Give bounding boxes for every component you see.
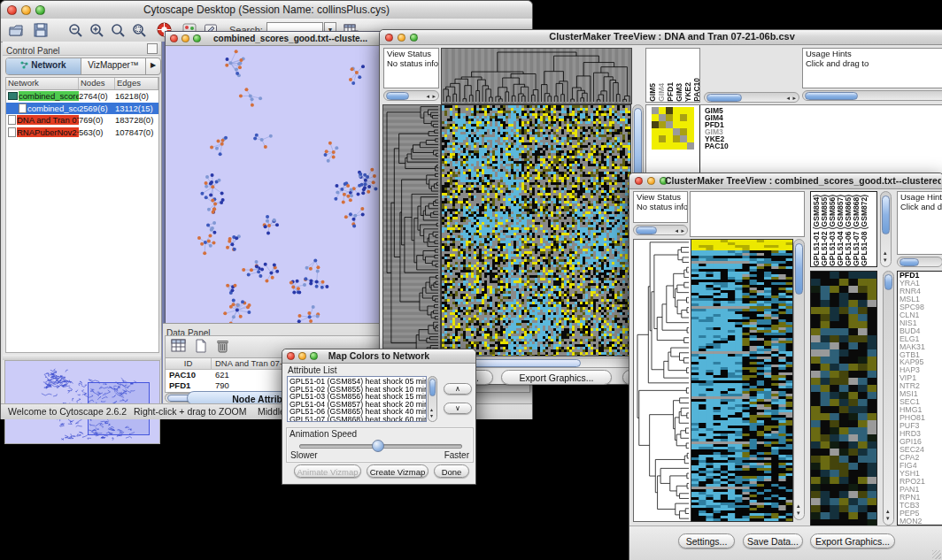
resize-grip-icon[interactable] (932, 550, 941, 559)
matrix-cell[interactable] (687, 107, 694, 114)
matrix-cell[interactable] (687, 114, 694, 121)
tv1-zoom-hscrollbar[interactable]: ◂▸ (704, 92, 799, 103)
matrix-cell[interactable] (652, 121, 659, 128)
tv1-column-dendrogram[interactable] (441, 48, 632, 104)
delete-attribute-trash-icon[interactable] (215, 338, 231, 354)
close-icon[interactable] (635, 177, 643, 185)
matrix-cell[interactable] (687, 135, 694, 142)
zoom-out-icon[interactable] (68, 23, 82, 37)
main-titlebar[interactable]: Cytoscape Desktop (Session Name: collins… (1, 1, 532, 19)
tv2-column-labels[interactable]: GPL51-01 (GSM854)GPL51-02 (GSM855)GPL51-… (810, 191, 877, 267)
network-table-row[interactable]: DNA and Tran 07769(0)183728(0) (6, 114, 158, 127)
attribute-table-icon[interactable] (171, 339, 187, 355)
tab-vizmapper[interactable]: VizMapper™ (81, 58, 145, 74)
new-attribute-icon[interactable] (194, 339, 210, 355)
create-vizmap-button[interactable]: Create Vizmap (367, 464, 429, 478)
close-icon[interactable] (170, 35, 178, 42)
animation-slider-thumb[interactable] (372, 440, 384, 452)
network-view-window-1[interactable]: combined_scores_good.txt--cluste... (165, 31, 384, 330)
minimize-icon[interactable] (181, 35, 189, 42)
zoom-selected-icon[interactable] (132, 23, 146, 37)
tv2-gene-list[interactable]: PFD1YRA1RNR4MSL1SPC98CLN1NIS1BUD4ELG1MAK… (897, 271, 942, 525)
matrix-cell[interactable] (673, 142, 680, 150)
network-table-row[interactable]: combined_sco2569(6)13112(15) (6, 103, 158, 115)
tv2-row-dendrogram[interactable] (633, 239, 691, 522)
matrix-cell[interactable] (680, 135, 687, 142)
matrix-cell[interactable] (666, 121, 673, 128)
matrix-cell[interactable] (666, 107, 673, 114)
done-button[interactable]: Done (434, 464, 469, 478)
column-header[interactable]: Nodes (79, 78, 115, 89)
matrix-cell[interactable] (652, 107, 659, 114)
matrix-cell[interactable] (680, 114, 687, 121)
tv2-column-labels-scrollbar[interactable]: ▴▾ (880, 191, 892, 267)
attribute-list-scrollbar[interactable]: ▴▾ (428, 376, 437, 422)
matrix-cell[interactable] (673, 114, 680, 121)
tv2-heatmap[interactable] (691, 239, 793, 522)
tv2-heatmap-vscrollbar[interactable]: ▴▾ (793, 239, 805, 520)
matrix-cell[interactable] (659, 128, 666, 135)
matrix-cell[interactable] (673, 128, 680, 135)
tv1-view-status-scrollbar[interactable]: ◂▸ (383, 90, 439, 101)
float-panel-icon[interactable] (147, 43, 158, 54)
matrix-cell[interactable] (687, 128, 694, 135)
attribute-listbox[interactable]: GPL51-01 (GSM854) heat shock 05 minGPL51… (287, 376, 427, 422)
move-attribute-down-button[interactable]: ∨ (444, 403, 472, 414)
minimize-icon[interactable] (647, 177, 655, 185)
column-header[interactable]: Network (6, 78, 79, 89)
tv1-zoom-matrix[interactable] (652, 107, 694, 150)
matrix-cell[interactable] (680, 142, 687, 150)
tv2-settings-button[interactable]: Settings... (678, 533, 735, 548)
tv2-usage-hints-scrollbar[interactable] (897, 257, 942, 267)
open-session-icon[interactable] (8, 22, 24, 38)
matrix-cell[interactable] (673, 107, 680, 114)
network-canvas-1[interactable] (166, 46, 382, 328)
save-session-icon[interactable] (33, 22, 49, 38)
matrix-cell[interactable] (666, 142, 673, 150)
tv1-column-labels[interactable]: GIM5GIM4PFD1GIM3YKE2PAC10 (645, 48, 700, 103)
animate-vizmap-button[interactable]: Animate Vizmap (294, 464, 361, 478)
column-header[interactable]: Edges (115, 78, 158, 89)
gene-label[interactable]: MON2 (900, 518, 942, 525)
treeview1-titlebar[interactable]: ClusterMaker TreeView : DNA and Tran 07-… (380, 30, 942, 45)
matrix-cell[interactable] (687, 142, 694, 150)
matrix-cell[interactable] (659, 135, 666, 142)
attribute-list-item[interactable]: GPL51-07 (GSM868) heat shock 60 min (290, 416, 426, 422)
matrix-cell[interactable] (666, 135, 673, 142)
tv1-export-graphics-button[interactable]: Export Graphics... (501, 370, 612, 385)
matrix-cell[interactable] (652, 114, 659, 121)
treeview2-titlebar[interactable]: ClusterMaker TreeView : combined_scores_… (629, 173, 942, 189)
matrix-cell[interactable] (659, 107, 666, 114)
tv1-heatmap[interactable] (441, 104, 631, 357)
tab-network[interactable]: Network (6, 58, 81, 74)
tab-overflow-arrow[interactable]: ▶ (145, 58, 160, 74)
network-table-row[interactable]: combined_scores2764(0)16218(0) (6, 90, 158, 103)
matrix-cell[interactable] (652, 142, 659, 150)
matrix-cell[interactable] (666, 114, 673, 121)
tv2-gene-list-scrollbar[interactable]: ▴▾ (883, 271, 894, 525)
dialog-titlebar[interactable]: Map Colors to Network (282, 349, 475, 364)
tv2-view-status-scrollbar[interactable]: ◂▸ (633, 225, 688, 235)
tv2-zoom-heatmap[interactable] (810, 271, 877, 527)
matrix-cell[interactable] (666, 128, 673, 135)
matrix-cell[interactable] (652, 135, 659, 142)
matrix-cell[interactable] (680, 128, 687, 135)
matrix-cell[interactable] (673, 135, 680, 142)
tv2-export-graphics-button[interactable]: Export Graphics... (810, 533, 895, 548)
tv2-save-data-button[interactable]: Save Data... (743, 533, 803, 548)
matrix-cell[interactable] (659, 121, 666, 128)
zoom-in-icon[interactable] (89, 23, 104, 37)
zoom-fit-icon[interactable] (111, 23, 125, 37)
matrix-cell[interactable] (673, 121, 680, 128)
birdseye-view[interactable] (4, 360, 160, 444)
tv1-row-dendrogram[interactable] (382, 104, 441, 357)
network-table-row[interactable]: RNAPuberNov2+563(0)107847(0) (6, 127, 158, 139)
matrix-cell[interactable] (659, 142, 666, 150)
matrix-cell[interactable] (659, 114, 666, 121)
matrix-cell[interactable] (687, 121, 694, 128)
matrix-cell[interactable] (680, 121, 687, 128)
matrix-cell[interactable] (652, 128, 659, 135)
zoom-window-icon[interactable] (193, 35, 201, 42)
matrix-cell[interactable] (680, 107, 687, 114)
tv2-column-dendrogram[interactable] (690, 191, 805, 237)
